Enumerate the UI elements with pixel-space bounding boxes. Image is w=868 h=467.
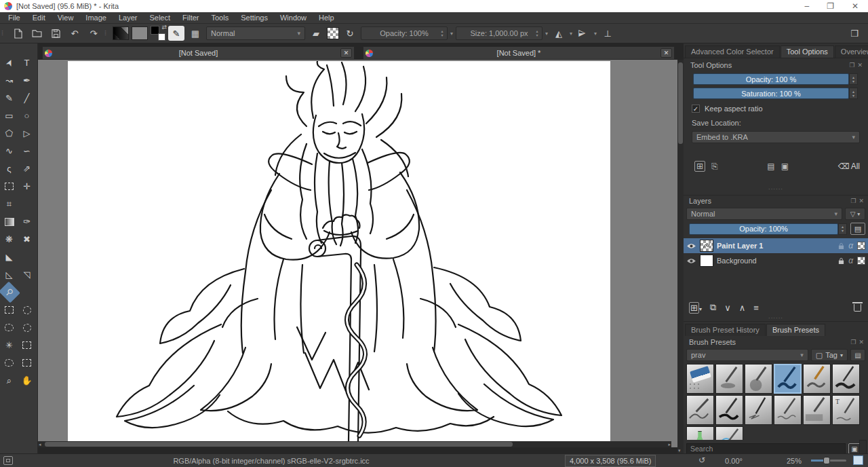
spin-buttons[interactable]: ▴▾ — [849, 73, 858, 85]
tool-dynamic-brush[interactable]: ς — [1, 162, 18, 176]
brush-preset[interactable] — [715, 395, 743, 425]
menu-filter[interactable]: Filter — [177, 13, 204, 22]
subwindow-titlebar-1[interactable]: [Not Saved] ✕ — [42, 46, 355, 60]
workspace-chooser-button[interactable]: ❒ — [846, 26, 863, 41]
tool-fill[interactable]: ◣ — [1, 250, 18, 264]
canvas-angle-value[interactable]: 0.00° — [719, 457, 749, 465]
reset-rotation-icon[interactable]: ↺ — [698, 455, 705, 465]
reload-preset-button[interactable]: ↻ — [342, 26, 358, 41]
brush-preset[interactable] — [686, 395, 714, 425]
tool-rect-select[interactable] — [1, 303, 18, 317]
menu-image[interactable]: Image — [80, 13, 112, 22]
move-layer-down-button[interactable]: ∨ — [724, 303, 731, 313]
close-panel-icon[interactable]: ✕ — [857, 62, 863, 69]
zoom-level-value[interactable]: 25% — [787, 457, 802, 465]
scroll-right-icon[interactable]: ▸ — [668, 441, 671, 447]
toolbar-grip[interactable]: ⁞⁞ — [104, 31, 110, 36]
float-panel-icon[interactable]: ❐ — [850, 198, 856, 204]
paste-reference-button[interactable]: ⎘ — [711, 162, 718, 171]
tool-select-shapes[interactable]: ➤ — [0, 52, 19, 73]
visibility-eye-icon[interactable] — [686, 243, 696, 249]
tool-bezier-curve[interactable]: ∿ — [1, 144, 18, 158]
brush-presets-button[interactable]: ▦ — [187, 26, 203, 41]
layer-filter-button[interactable]: ▽ ▾ — [845, 208, 865, 220]
canvas-only-mode-button[interactable] — [853, 455, 863, 465]
brush-editor-button[interactable]: ✎ — [168, 26, 184, 41]
brush-preset[interactable] — [715, 364, 743, 394]
alpha-lock-icon[interactable]: α — [848, 241, 853, 250]
open-document-button[interactable] — [28, 26, 45, 41]
panel-splitter[interactable]: ······ — [684, 316, 868, 321]
mirror-horizontal-button[interactable]: ◭ — [551, 26, 567, 41]
close-document-button[interactable]: ✕ — [660, 48, 672, 58]
tool-edit-shapes[interactable]: ↝ — [1, 73, 18, 88]
subwindow-titlebar-2[interactable]: [Not Saved] * ✕ — [363, 46, 675, 60]
tool-smart-patch[interactable]: ✖ — [19, 232, 35, 246]
menu-help[interactable]: Help — [313, 13, 340, 22]
lock-icon[interactable] — [838, 242, 844, 250]
wrap-around-button[interactable]: ⊥ — [599, 26, 616, 41]
tool-rectangle[interactable]: ▭ — [1, 109, 18, 123]
menu-view[interactable]: View — [52, 13, 79, 22]
brush-preset[interactable] — [803, 364, 831, 394]
layer-thumbnail[interactable] — [700, 240, 713, 252]
save-set-button[interactable]: ▣ — [781, 162, 789, 171]
layer-row-background[interactable]: Background α — [684, 253, 868, 268]
tool-bezier-select[interactable] — [19, 338, 35, 352]
zoom-slider-knob[interactable] — [823, 457, 830, 464]
restore-button[interactable]: ❐ — [827, 1, 834, 11]
brush-preset[interactable] — [745, 364, 772, 394]
tool-polyline[interactable]: ▷ — [19, 126, 35, 141]
tool-magic-wand-select[interactable]: ✳ — [1, 338, 18, 352]
tool-colorize-mask[interactable]: ❋ — [1, 232, 18, 246]
layer-properties-button[interactable]: ≡ — [753, 303, 759, 313]
inherit-alpha-icon[interactable] — [857, 242, 865, 250]
duplicate-layer-button[interactable]: ⧉ — [710, 302, 716, 313]
save-location-dropdown[interactable]: Embed to .KRA ▾ — [692, 131, 860, 143]
tool-assistants[interactable]: ◹ — [19, 267, 35, 282]
tool-crop[interactable]: ⌗ — [1, 197, 18, 211]
canvas-hscrollbar[interactable]: ◂ ▸ — [38, 441, 671, 447]
keep-aspect-checkbox[interactable]: ✓ — [692, 105, 700, 113]
tool-pan[interactable]: ✋ — [19, 373, 35, 388]
tool-gradient[interactable] — [1, 214, 18, 229]
close-panel-icon[interactable]: ✕ — [859, 339, 864, 345]
inherit-alpha-icon[interactable] — [857, 257, 865, 265]
layer-thumbnail[interactable] — [700, 255, 713, 267]
brush-preset-selected[interactable] — [774, 364, 802, 394]
brush-preset[interactable] — [745, 395, 772, 425]
alpha-lock-icon[interactable]: α — [848, 256, 853, 265]
canvas-vscrollbar[interactable]: ▾ — [677, 60, 684, 453]
selection-display-button[interactable] — [3, 456, 13, 465]
tag-button[interactable]: ▢ Tag ▾ — [811, 349, 848, 361]
tool-line[interactable]: ╱ — [19, 91, 35, 105]
tool-similar-color-select[interactable] — [19, 320, 35, 335]
display-mode-button[interactable]: ▤ — [850, 349, 865, 361]
gradient-swatch[interactable] — [113, 26, 129, 40]
opacity-slider[interactable]: Opacity: 100% ▴▾ — [361, 26, 448, 40]
tool-opacity-slider[interactable]: Opacity: 100 % ▴▾ — [693, 73, 849, 85]
close-button[interactable]: ✕ — [852, 1, 859, 11]
brush-preset[interactable]: T — [832, 395, 860, 425]
menu-edit[interactable]: Edit — [27, 13, 51, 22]
close-panel-icon[interactable]: ✕ — [859, 198, 864, 204]
tool-color-sampler[interactable]: ✑ — [19, 214, 35, 229]
move-layer-up-button[interactable]: ∧ — [739, 303, 746, 313]
tool-freehand-path[interactable]: ∽ — [19, 144, 35, 158]
brush-preset[interactable] — [803, 395, 831, 425]
swap-colors-icon[interactable]: ⇄ — [161, 24, 167, 31]
tab-advanced-color-selector[interactable]: Advanced Color Selector — [685, 45, 780, 58]
tool-zoom[interactable]: ⌕ — [1, 373, 18, 388]
tool-polygonal-select[interactable] — [19, 356, 35, 370]
panel-splitter[interactable]: ······ — [685, 187, 867, 192]
menu-settings[interactable]: Settings — [235, 13, 273, 22]
menu-select[interactable]: Select — [144, 13, 176, 22]
tool-transform[interactable] — [1, 179, 18, 193]
tab-brush-preset-history[interactable]: Brush Preset History — [685, 324, 766, 336]
layer-row-paint-layer-1[interactable]: Paint Layer 1 α — [684, 238, 868, 253]
size-spin[interactable]: ▴▾ — [533, 27, 541, 39]
tool-ellipse[interactable]: ○ — [19, 109, 35, 123]
brush-preset[interactable] — [832, 364, 860, 394]
opacity-spin[interactable]: ▴▾ — [438, 27, 446, 39]
save-button[interactable] — [47, 26, 64, 41]
